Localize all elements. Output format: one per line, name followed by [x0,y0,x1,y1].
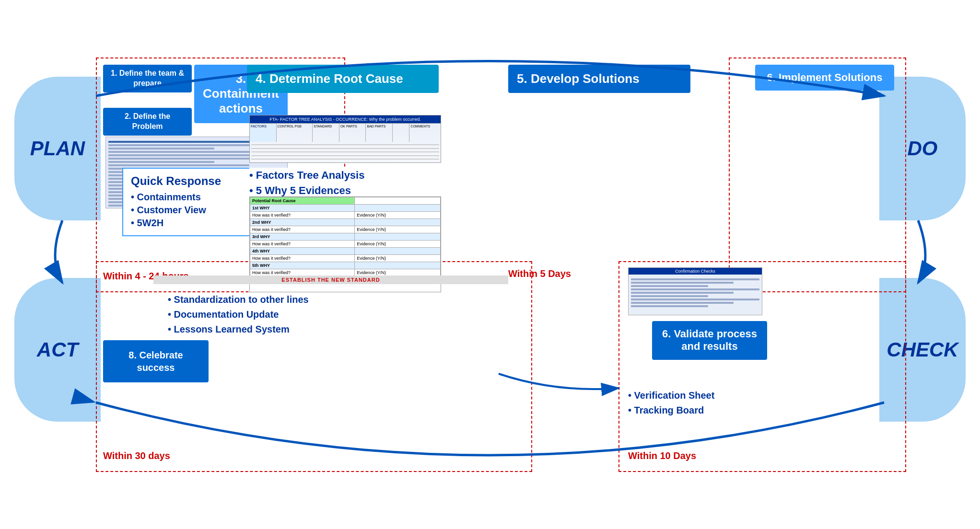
standardize-bullets: Standardization to other lines Documenta… [168,292,479,337]
why-3: 3rd WHY [250,233,355,241]
within-5days-label: Within 5 Days [508,268,571,279]
verified-2: How was it verified? [250,226,355,233]
verify-item-1: Verification Sheet [628,388,892,403]
fta-doc-thumbnail: FTA- FACTOR TREE ANALYSIS - OCCURRENCE: … [249,115,441,163]
evidence-4: Evidence (Y/N) [355,255,441,262]
plan-circle: PLAN [14,77,101,220]
verified-4: How was it verified? [250,255,355,262]
act-label: ACT [37,338,78,361]
step6-header: 6. Implement Solutions [755,65,894,91]
why-5: 5th WHY [250,262,355,269]
verify-item-2: Tracking Board [628,403,892,418]
evidence-3: Evidence (Y/N) [355,241,441,248]
implement-section-border [729,58,906,292]
step1-box: 1. Define the team & prepare [103,65,192,92]
validate-box: 6. Validate process and results [652,321,767,360]
plan-label: PLAN [30,137,85,160]
step5-header: 5. Develop Solutions [508,65,690,93]
do-label: DO [908,137,938,160]
verify-bullets: Verification Sheet Tracking Board [628,388,892,418]
standardize-bar: ESTABLISH THE NEW STANDARD [153,276,508,284]
verified-3: How was it verified? [250,241,355,248]
root-cause-bullets: Factors Tree Analysis 5 Why 5 Evidences [249,168,441,198]
act-circle: ACT [14,278,101,422]
verified-1: How was it verified? [250,212,355,219]
why-4: 4th WHY [250,248,355,255]
step2-box: 2. Define the Problem [103,108,192,136]
why-2: 2nd WHY [250,219,355,226]
why-1: 1st WHY [250,205,355,212]
evidence-1: Evidence (Y/N) [355,212,441,219]
std-item-3: Lessons Learned System [168,322,479,337]
root-cause-header: 4. Determine Root Cause [247,65,439,93]
within-10days-label: Within 10 Days [628,450,696,461]
fta-doc-title: FTA- FACTOR TREE ANALYSIS - OCCURRENCE: … [250,115,441,123]
celebrate-box: 8. Celebrate success [103,340,209,382]
std-item-1: Standardization to other lines [168,292,479,307]
validate-doc-thumbnail: Confirmation Checks [628,267,762,315]
evidence-2: Evidence (Y/N) [355,226,441,233]
bullet-factors-tree: Factors Tree Analysis [249,168,441,183]
std-item-2: Documentation Update [168,307,479,322]
within-30days-label: Within 30 days [103,450,170,461]
why-table-header: Potential Root Cause [250,197,355,205]
